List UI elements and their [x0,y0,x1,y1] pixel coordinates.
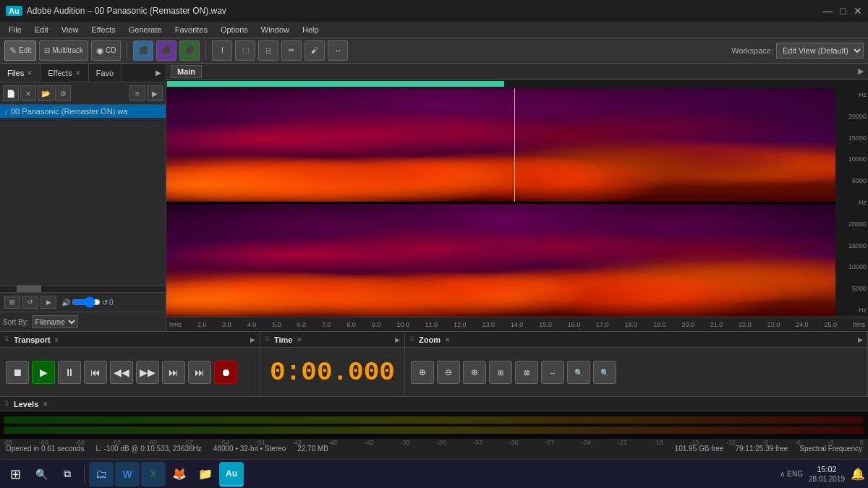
fast-rewind-button[interactable]: ◀◀ [110,361,133,384]
start-button[interactable]: ⊞ [3,462,27,487]
tool-btn-3[interactable]: ⬛ [179,40,200,61]
time-mark-19: 19.0 [653,321,666,328]
files-tab-close[interactable]: ✕ [27,69,33,77]
cd-button[interactable]: ◉ CD [91,40,121,61]
time-expand-btn[interactable]: ▶ [395,336,400,343]
taskbar-audition[interactable]: Au [219,462,244,487]
zoom-out-h[interactable]: ⊖ [437,361,460,384]
panel-new-button[interactable]: 📄 [3,85,19,101]
zoom-close[interactable]: ✕ [445,336,451,343]
time-display: 0:00.000 [260,348,404,397]
zoom-out-mag[interactable]: 🔍 [593,361,616,384]
panel-auto-play[interactable]: ▶ [147,85,163,101]
time-mark-25: 25.0 [824,321,837,328]
menu-window[interactable]: Window [255,24,295,35]
zoom-out-full[interactable]: ↔ [541,361,564,384]
panel-settings-button[interactable]: ⚙ [55,85,71,101]
time-mark-12: 12.0 [454,321,467,328]
taskbar-notification[interactable]: 🔔 [851,467,865,481]
spectrogram-display-top [166,88,835,202]
edit-mode-button[interactable]: ✎ Edit [4,40,36,61]
time-drag-handle: ⠿ [265,336,270,343]
menu-help[interactable]: Help [297,24,325,35]
taskbar-excel[interactable]: X [141,462,166,487]
panel-more-button[interactable]: ▶ [151,69,166,77]
time-close[interactable]: ✕ [297,336,302,343]
skip-end2-button[interactable]: ⏭ [188,361,211,384]
maximize-button[interactable]: □ [841,5,846,17]
menu-options[interactable]: Options [215,24,254,35]
panel-delete-button[interactable]: ✕ [20,85,36,101]
zoom-in-mag[interactable]: 🔍 [567,361,590,384]
brush-tool[interactable]: 🖌 [305,40,325,61]
transport-expand-btn[interactable]: ▶ [250,336,255,343]
selection-tool[interactable]: I [212,40,232,61]
files-tab[interactable]: Files ✕ [0,64,41,82]
effects-tab-close[interactable]: ✕ [75,69,81,77]
tool-btn-1[interactable]: ⬛ [133,40,153,61]
left-panel: Files ✕ Effects ✕ Favo ▶ 📄 ✕ 📂 ⚙ ≡ ▶ [0,64,166,331]
transport-title: Transport [14,335,51,344]
menu-edit[interactable]: Edit [29,24,54,35]
play-button[interactable]: ▶ [32,361,55,384]
zoom-fit[interactable]: ⊞ [489,361,512,384]
loop-button[interactable]: ↺ [22,296,38,309]
tool-btn-2[interactable]: ⬛ [156,40,176,61]
freq-hz-bot: Hz [837,307,867,314]
zoom-fit-sel[interactable]: ⊠ [515,361,538,384]
transport-close[interactable]: x [55,336,59,343]
pause-button[interactable]: ⏸ [58,361,81,384]
close-button[interactable]: ✕ [854,5,862,17]
list-item[interactable]: ♪ 00 Panasonic (Remaster ON).wa [0,105,166,118]
freq-5000-bot: 5000 [837,285,867,292]
waveform-scroll-btn[interactable]: ▶ [858,67,864,76]
waveform-tab-main[interactable]: Main [171,65,202,78]
zoom-in-h[interactable]: ⊕ [411,361,434,384]
levels-close[interactable]: ✕ [43,401,48,408]
menu-file[interactable]: File [3,24,27,35]
effects-tab[interactable]: Effects ✕ [41,64,88,82]
play-button-small[interactable]: ▶ [41,296,56,309]
time-ruler: hms 2.0 3.0 4.0 5.0 6.0 7.0 8.0 9.0 10.0… [166,317,868,331]
panel-import-button[interactable]: 📂 [38,85,54,101]
stop-button[interactable]: ⏹ [6,361,29,384]
record-button[interactable]: ⏺ [214,361,237,384]
lasso-tool[interactable]: ⍈ [258,40,278,61]
multitrack-button[interactable]: ⊟ Multitrack [39,40,88,61]
fast-forward-button[interactable]: ▶▶ [136,361,159,384]
taskbar-firefox[interactable]: 🦊 [167,462,192,487]
pencil-draw-tool[interactable]: ✏ [281,40,302,61]
spectrogram-bottom-channel[interactable] [166,204,835,317]
panel-toolbar: 📄 ✕ 📂 ⚙ ≡ ▶ [0,82,166,105]
taskbar-explorer[interactable]: 🗂 [89,462,114,487]
panel-view-toggle[interactable]: ≡ [129,85,145,101]
taskbar-word[interactable]: W [115,462,140,487]
file-list: ♪ 00 Panasonic (Remaster ON).wa [0,105,166,285]
workspace-select[interactable]: Edit View (Default) [776,43,864,59]
status-audio-info: L: -100 dB @ 0:10.533, 23636Hz [95,445,201,453]
rewind-button[interactable]: ⏮ [84,361,107,384]
time-marks-area: hms 2.0 3.0 4.0 5.0 6.0 7.0 8.0 9.0 10.0… [166,317,868,331]
db-n42: -42 [365,439,374,446]
menu-effects[interactable]: Effects [85,24,121,35]
taskview-button[interactable]: ⧉ [55,462,80,487]
volume-slider[interactable] [72,298,101,307]
skip-end-button[interactable]: ⏭ [162,361,185,384]
zoom-expand-btn[interactable]: ▶ [858,336,863,343]
auto-play-button[interactable]: ⊞ [4,296,20,309]
favorites-tab[interactable]: Favo [89,64,122,82]
minimize-button[interactable]: — [823,5,833,17]
search-button[interactable]: 🔍 [29,462,54,487]
sort-select[interactable]: Filename [32,315,78,328]
app-logo: Au [6,6,22,16]
spectrogram-top-channel[interactable] [166,88,835,202]
move-tool[interactable]: ↔ [328,40,348,61]
taskbar-files[interactable]: 📁 [193,462,218,487]
menu-view[interactable]: View [56,24,85,35]
menu-generate[interactable]: Generate [123,24,168,35]
marquee-tool[interactable]: ⬚ [235,40,255,61]
zoom-in-v[interactable]: ⊕ [463,361,486,384]
time-header: ⠿ Time ✕ ▶ [260,332,404,348]
menu-favorites[interactable]: Favorites [169,24,213,35]
horizontal-scrollbar[interactable] [0,285,166,292]
